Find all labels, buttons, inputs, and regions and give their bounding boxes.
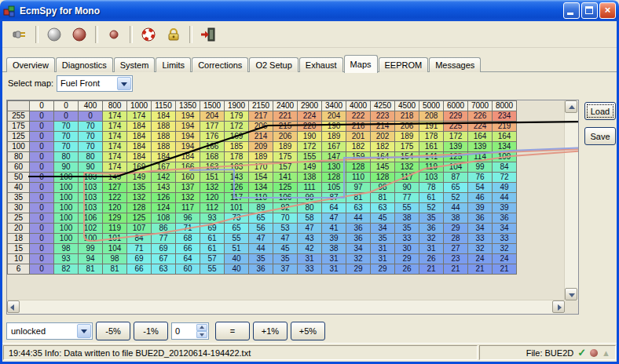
map-cell[interactable]: 224: [298, 111, 322, 122]
map-cell[interactable]: 117: [395, 173, 419, 183]
map-cell[interactable]: 100: [54, 203, 79, 213]
map-cell[interactable]: 184: [127, 142, 152, 152]
map-cell[interactable]: 36: [346, 234, 371, 244]
map-cell[interactable]: 24: [468, 254, 493, 264]
map-cell[interactable]: 63: [152, 264, 176, 275]
map-cell[interactable]: 73: [225, 213, 249, 224]
map-cell[interactable]: 229: [444, 111, 468, 122]
map-cell[interactable]: 33: [468, 234, 493, 244]
map-cell[interactable]: 234: [493, 111, 517, 122]
map-cell[interactable]: 206: [395, 122, 419, 132]
map-cell[interactable]: 100: [54, 173, 79, 183]
map-cell[interactable]: 185: [225, 142, 249, 152]
map-cell[interactable]: 174: [103, 142, 127, 152]
map-cell[interactable]: 96: [176, 213, 200, 224]
map-cell[interactable]: 190: [298, 132, 322, 142]
map-cell[interactable]: 184: [127, 132, 152, 142]
map-cell[interactable]: 172: [225, 122, 249, 132]
map-cell[interactable]: 174: [103, 132, 127, 142]
map-cell[interactable]: 128: [127, 203, 152, 213]
map-cell[interactable]: 214: [371, 122, 395, 132]
map-cell[interactable]: 111: [298, 183, 322, 193]
map-cell[interactable]: 81: [103, 264, 127, 275]
map-cell[interactable]: 151: [200, 173, 225, 183]
scroll-up-button[interactable]: [565, 100, 577, 113]
map-cell[interactable]: 194: [176, 132, 200, 142]
map-cell[interactable]: 160: [176, 173, 200, 183]
map-cell[interactable]: 155: [298, 152, 322, 162]
map-cell[interactable]: 110: [346, 173, 371, 183]
map-cell[interactable]: 125: [444, 152, 468, 162]
tab-o2-setup[interactable]: O2 Setup: [249, 57, 298, 72]
map-cell[interactable]: 164: [493, 132, 517, 142]
map-cell[interactable]: 0: [79, 111, 103, 122]
map-cell[interactable]: 39: [468, 203, 493, 213]
map-cell[interactable]: 70: [79, 142, 103, 152]
map-cell[interactable]: 80: [298, 203, 322, 213]
map-cell[interactable]: 66: [176, 244, 200, 254]
map-cell[interactable]: 99: [79, 244, 103, 254]
map-cell[interactable]: 128: [346, 162, 371, 173]
lock-state-combobox[interactable]: unlocked: [6, 322, 93, 340]
map-cell[interactable]: 0: [30, 142, 54, 152]
map-cell[interactable]: 166: [200, 142, 225, 152]
map-cell[interactable]: 103: [419, 173, 444, 183]
map-cell[interactable]: 134: [493, 142, 517, 152]
map-cell[interactable]: 36: [493, 213, 517, 224]
map-cell[interactable]: 105: [322, 183, 346, 193]
map-cell[interactable]: 87: [322, 193, 346, 203]
map-cell[interactable]: 206: [273, 132, 298, 142]
map-cell[interactable]: 40: [225, 264, 249, 275]
map-cell[interactable]: 54: [468, 183, 493, 193]
map-cell[interactable]: 32: [493, 244, 517, 254]
map-cell[interactable]: 122: [103, 193, 127, 203]
map-cell[interactable]: 34: [371, 224, 395, 234]
map-cell[interactable]: 21: [419, 264, 444, 275]
map-cell[interactable]: 81: [346, 193, 371, 203]
map-cell[interactable]: 184: [176, 152, 200, 162]
map-cell[interactable]: 47: [298, 224, 322, 234]
map-cell[interactable]: 169: [225, 132, 249, 142]
map-cell[interactable]: 178: [419, 132, 444, 142]
minus-1-percent-button[interactable]: -1%: [134, 322, 168, 340]
map-cell[interactable]: 120: [103, 203, 127, 213]
map-cell[interactable]: 125: [273, 183, 298, 193]
map-cell[interactable]: 109: [493, 152, 517, 162]
map-cell[interactable]: 31: [371, 244, 395, 254]
map-cell[interactable]: 164: [468, 132, 493, 142]
map-cell[interactable]: 41: [322, 224, 346, 234]
map-cell[interactable]: 69: [127, 254, 152, 264]
map-cell[interactable]: 36: [249, 264, 273, 275]
map-cell[interactable]: 93: [54, 254, 79, 264]
map-cell[interactable]: 225: [444, 122, 468, 132]
map-cell[interactable]: 63: [346, 203, 371, 213]
map-cell[interactable]: 103: [79, 203, 103, 213]
map-cell[interactable]: 38: [322, 244, 346, 254]
map-cell[interactable]: 189: [322, 132, 346, 142]
map-cell[interactable]: 167: [322, 142, 346, 152]
map-cell[interactable]: 21: [444, 264, 468, 275]
map-cell[interactable]: 34: [346, 244, 371, 254]
map-cell[interactable]: 126: [225, 183, 249, 193]
lock-icon[interactable]: [163, 24, 184, 45]
minus-5-percent-button[interactable]: -5%: [96, 322, 130, 340]
map-cell[interactable]: 47: [322, 213, 346, 224]
help-lifering-icon[interactable]: [138, 24, 159, 45]
minimize-button[interactable]: [563, 2, 580, 19]
map-cell[interactable]: 178: [225, 152, 249, 162]
map-cell[interactable]: 35: [249, 254, 273, 264]
map-cell[interactable]: 141: [419, 152, 444, 162]
map-cell[interactable]: 101: [225, 203, 249, 213]
map-cell[interactable]: 39: [493, 203, 517, 213]
map-cell[interactable]: 38: [444, 213, 468, 224]
tab-corrections[interactable]: Corrections: [192, 57, 248, 72]
map-cell[interactable]: 223: [371, 111, 395, 122]
map-cell[interactable]: 104: [103, 244, 127, 254]
map-cell[interactable]: 33: [298, 264, 322, 275]
map-cell[interactable]: 226: [468, 111, 493, 122]
map-cell[interactable]: 99: [468, 162, 493, 173]
map-cell[interactable]: 0: [30, 183, 54, 193]
select-map-combobox[interactable]: Fuel Front: [57, 75, 133, 92]
map-cell[interactable]: 103: [79, 183, 103, 193]
map-cell[interactable]: 65: [444, 183, 468, 193]
